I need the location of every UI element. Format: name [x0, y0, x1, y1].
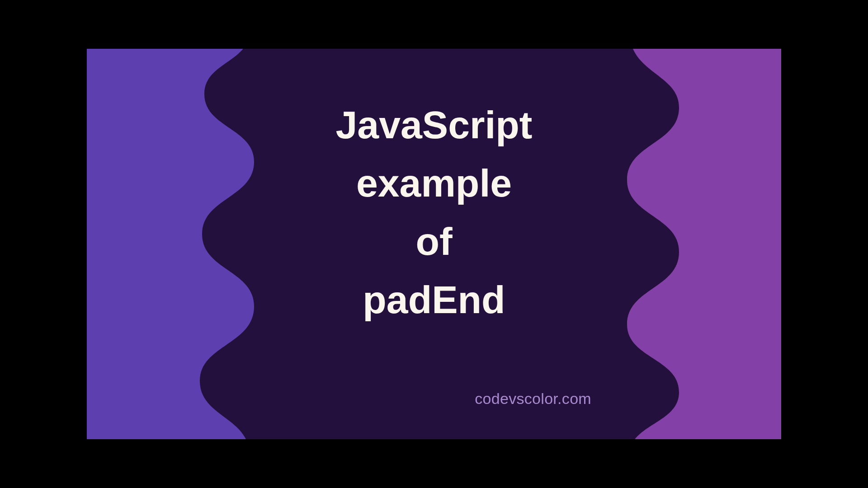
- title-line: of: [415, 215, 452, 267]
- title-line: example: [356, 157, 512, 209]
- thumbnail-card: JavaScript example of padEnd codevscolor…: [87, 49, 781, 439]
- credit-text: codevscolor.com: [475, 390, 591, 408]
- title-block: JavaScript example of padEnd: [87, 49, 781, 439]
- title-line: JavaScript: [335, 99, 532, 151]
- title-line: padEnd: [363, 273, 505, 326]
